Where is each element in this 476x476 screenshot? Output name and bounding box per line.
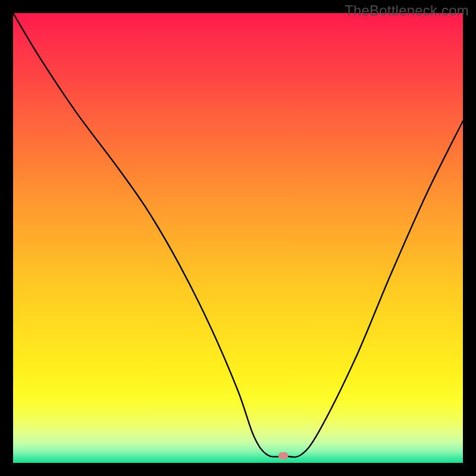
watermark-text: TheBottleneck.com [345, 2, 469, 19]
bottleneck-curve [13, 13, 463, 463]
plot-area [13, 13, 463, 463]
chart-frame: TheBottleneck.com [0, 0, 476, 476]
current-point-marker [278, 452, 288, 459]
